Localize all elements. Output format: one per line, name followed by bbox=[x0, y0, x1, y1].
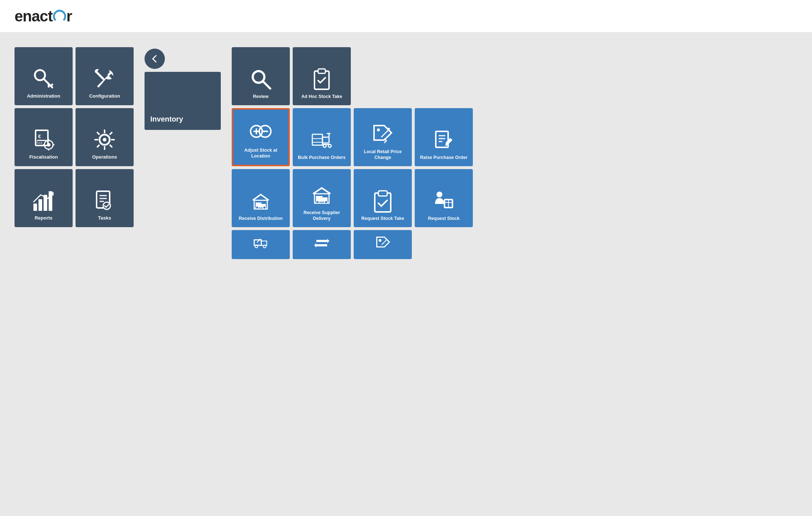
svg-point-54 bbox=[377, 128, 380, 131]
directions-icon bbox=[313, 234, 330, 252]
middle-panel: Inventory bbox=[145, 47, 221, 288]
search-icon bbox=[249, 67, 272, 91]
tile-local-retail-label: Local Retail Price Change bbox=[354, 149, 412, 161]
clipboard-check-icon bbox=[310, 67, 333, 91]
tile-configuration[interactable]: Configuration bbox=[76, 47, 134, 105]
tile-adhoc-label: Ad Hoc Stock Take bbox=[299, 94, 345, 99]
tile-request-stock-take[interactable]: Request Stock Take bbox=[354, 169, 412, 227]
doc-edit-icon bbox=[432, 128, 455, 152]
svg-point-63 bbox=[256, 206, 259, 209]
svg-text:TAX: TAX bbox=[36, 141, 42, 145]
fiscal-icon: € TAX bbox=[32, 128, 55, 151]
tile-fiscalisation-label: Fiscalisation bbox=[27, 154, 61, 160]
svg-point-68 bbox=[316, 201, 319, 204]
svg-point-69 bbox=[325, 201, 328, 204]
tile-operations[interactable]: Operations bbox=[76, 108, 134, 166]
tile-adjust-stock[interactable]: Adjust Stock at Location bbox=[232, 108, 290, 166]
tile-bulk-purchase-label: Bulk Purchase Orders bbox=[295, 155, 348, 160]
svg-marker-84 bbox=[327, 239, 329, 243]
logo-text-before: enact bbox=[15, 8, 53, 25]
clipboard-check2-icon bbox=[371, 189, 394, 213]
logo: enactr bbox=[15, 8, 72, 25]
svg-point-81 bbox=[263, 245, 266, 248]
forklift-icon bbox=[310, 128, 333, 152]
tile-bulk-purchase[interactable]: Bulk Purchase Orders bbox=[293, 108, 351, 166]
svg-rect-79 bbox=[254, 240, 261, 245]
svg-line-4 bbox=[96, 71, 103, 79]
tasks-icon bbox=[93, 189, 116, 212]
inventory-tile[interactable]: Inventory bbox=[145, 72, 221, 130]
main-content: Administration Configuration € bbox=[0, 33, 812, 303]
back-button[interactable] bbox=[145, 49, 165, 69]
inventory-label: Inventory bbox=[150, 115, 183, 123]
person-box-icon bbox=[432, 189, 455, 213]
tile-local-retail-price[interactable]: Local Retail Price Change bbox=[354, 108, 412, 166]
svg-point-87 bbox=[379, 239, 382, 242]
svg-rect-72 bbox=[378, 191, 387, 196]
logo-icon bbox=[53, 10, 66, 23]
tag2-icon bbox=[374, 234, 391, 252]
key-icon bbox=[32, 67, 55, 90]
tile-receive-distribution[interactable]: Receive Distribution bbox=[232, 169, 290, 227]
tag-edit-icon bbox=[371, 123, 394, 146]
svg-rect-83 bbox=[316, 240, 327, 242]
tile-raise-purchase-label: Raise Purchase Order bbox=[417, 155, 471, 160]
svg-line-24 bbox=[97, 145, 100, 147]
tile-fiscalisation[interactable]: € TAX Fiscalisation bbox=[15, 108, 73, 166]
tile-request-stock-label: Request Stock bbox=[425, 216, 463, 221]
truck-arrow-icon bbox=[252, 234, 269, 252]
tile-reports[interactable]: Reports bbox=[15, 169, 73, 227]
tile-adhoc-stock-take[interactable]: Ad Hoc Stock Take bbox=[293, 47, 351, 105]
ops-icon bbox=[93, 128, 116, 151]
header: enactr bbox=[0, 0, 812, 33]
tile-configuration-label: Configuration bbox=[86, 93, 123, 99]
back-area bbox=[145, 47, 221, 69]
tile-partial2[interactable] bbox=[293, 230, 351, 259]
tile-receive-supplier[interactable]: Receive Supplier Delivery bbox=[293, 169, 351, 227]
warehouse-truck-icon bbox=[249, 189, 272, 213]
svg-line-88 bbox=[382, 239, 387, 245]
svg-line-23 bbox=[110, 132, 112, 135]
svg-point-50 bbox=[323, 144, 326, 147]
right-panel: Review Ad Hoc Stock Take bbox=[232, 47, 473, 288]
tile-receive-distribution-label: Receive Distribution bbox=[236, 216, 286, 221]
svg-marker-86 bbox=[314, 243, 316, 247]
svg-point-16 bbox=[103, 138, 106, 142]
tile-tasks[interactable]: Tasks bbox=[76, 169, 134, 227]
svg-rect-85 bbox=[316, 244, 327, 246]
svg-rect-25 bbox=[33, 204, 37, 211]
svg-rect-26 bbox=[38, 199, 42, 211]
svg-line-35 bbox=[263, 81, 270, 89]
tile-administration-label: Administration bbox=[24, 93, 63, 99]
svg-rect-45 bbox=[312, 134, 322, 145]
plus-minus-icon bbox=[249, 121, 272, 144]
tile-raise-purchase[interactable]: Raise Purchase Order bbox=[415, 108, 473, 166]
tile-administration[interactable]: Administration bbox=[15, 47, 73, 105]
svg-point-10 bbox=[47, 143, 50, 147]
svg-point-80 bbox=[255, 245, 258, 248]
tile-request-stock-take-label: Request Stock Take bbox=[358, 216, 407, 221]
tile-reports-label: Reports bbox=[32, 215, 55, 221]
tools-icon bbox=[93, 67, 116, 90]
svg-rect-38 bbox=[318, 69, 325, 73]
left-panel: Administration Configuration € bbox=[15, 47, 134, 288]
svg-point-51 bbox=[328, 144, 331, 147]
tile-review[interactable]: Review bbox=[232, 47, 290, 105]
tile-operations-label: Operations bbox=[89, 154, 120, 160]
svg-line-3 bbox=[51, 85, 52, 86]
tile-receive-supplier-label: Receive Supplier Delivery bbox=[293, 210, 351, 222]
svg-line-21 bbox=[97, 132, 100, 135]
svg-text:€: € bbox=[38, 134, 41, 139]
svg-line-22 bbox=[110, 145, 112, 147]
tile-tasks-label: Tasks bbox=[95, 215, 114, 221]
svg-point-64 bbox=[263, 206, 266, 209]
tile-request-stock[interactable]: Request Stock bbox=[415, 169, 473, 227]
logo-text-after: r bbox=[66, 8, 72, 25]
warehouse-truck2-icon bbox=[310, 184, 333, 207]
tile-partial1[interactable] bbox=[232, 230, 290, 259]
tile-review-label: Review bbox=[250, 94, 271, 99]
tile-adjust-stock-label: Adjust Stock at Location bbox=[233, 147, 288, 159]
svg-rect-48 bbox=[322, 137, 329, 143]
tile-partial3[interactable] bbox=[354, 230, 412, 259]
svg-point-74 bbox=[437, 192, 442, 197]
